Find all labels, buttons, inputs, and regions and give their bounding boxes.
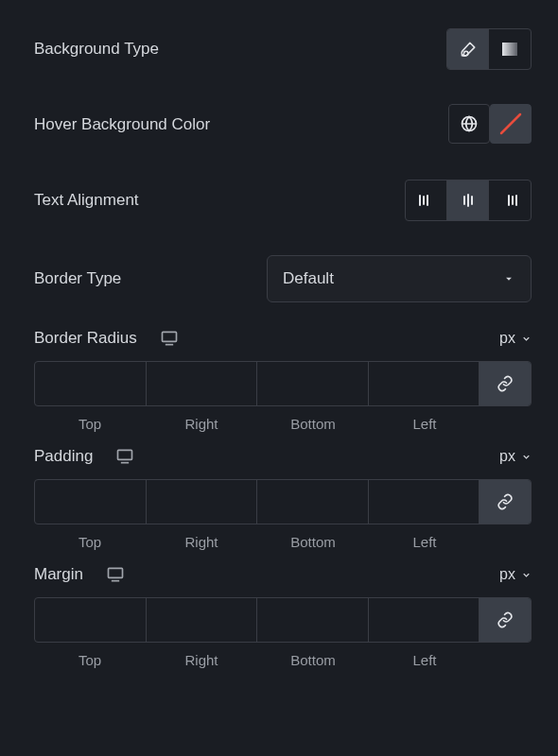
align-left-button[interactable] <box>406 180 447 220</box>
background-type-group <box>446 28 532 70</box>
text-alignment-group <box>405 180 532 221</box>
align-right-button[interactable] <box>489 180 531 220</box>
padding-right-input[interactable] <box>147 480 258 524</box>
desktop-icon[interactable] <box>160 329 179 348</box>
border-radius-side-labels: Top Right Bottom Left <box>34 416 532 432</box>
side-label-left: Left <box>369 652 480 668</box>
side-label-right: Right <box>146 416 257 432</box>
text-alignment-label: Text Alignment <box>34 191 139 210</box>
brush-icon <box>460 41 477 58</box>
side-label-right: Right <box>146 534 257 550</box>
side-label-top: Top <box>34 652 146 668</box>
text-alignment-row: Text Alignment <box>0 163 558 238</box>
border-radius-header: Border Radius px <box>34 329 532 348</box>
side-label-top: Top <box>34 416 146 432</box>
border-type-value: Default <box>283 269 334 288</box>
margin-label: Margin <box>34 565 83 584</box>
padding-block: Padding px Top Right Bottom Left <box>0 438 558 556</box>
border-radius-link-button[interactable] <box>480 362 531 405</box>
border-radius-top-input[interactable] <box>35 362 147 405</box>
margin-side-labels: Top Right Bottom Left <box>34 652 532 668</box>
background-classic-button[interactable] <box>447 29 489 69</box>
padding-bottom-input[interactable] <box>257 480 369 524</box>
hover-bg-color-row: Hover Background Color <box>0 87 558 163</box>
chevron-down-icon <box>521 452 532 462</box>
border-radius-block: Border Radius px Top Right Bottom Left <box>0 319 558 438</box>
side-label-left: Left <box>369 416 480 432</box>
hover-bg-color-label: Hover Background Color <box>34 115 210 134</box>
align-center-icon <box>460 192 477 209</box>
gradient-icon <box>501 41 518 58</box>
side-label-bottom: Bottom <box>257 652 369 668</box>
svg-rect-12 <box>162 332 176 341</box>
margin-left-input[interactable] <box>369 598 480 642</box>
align-left-icon <box>418 192 435 209</box>
background-type-row: Background Type <box>0 11 558 87</box>
desktop-icon[interactable] <box>115 447 134 466</box>
svg-rect-14 <box>118 450 132 459</box>
padding-side-labels: Top Right Bottom Left <box>34 534 532 550</box>
margin-link-button[interactable] <box>480 598 531 642</box>
padding-label: Padding <box>34 447 93 466</box>
padding-unit: px <box>499 448 515 465</box>
background-type-label: Background Type <box>34 40 159 59</box>
globe-icon <box>460 114 479 133</box>
side-label-bottom: Bottom <box>257 534 369 550</box>
padding-link-button[interactable] <box>480 480 531 524</box>
background-gradient-button[interactable] <box>489 29 531 69</box>
margin-inputs <box>34 597 532 643</box>
hover-bg-global-button[interactable] <box>448 104 490 144</box>
link-icon <box>497 375 514 392</box>
margin-bottom-input[interactable] <box>257 598 369 642</box>
side-label-left: Left <box>369 534 480 550</box>
border-radius-unit: px <box>499 330 515 347</box>
svg-line-2 <box>501 114 520 133</box>
side-label-top: Top <box>34 534 146 550</box>
side-label-right: Right <box>146 652 257 668</box>
svg-rect-16 <box>108 568 122 577</box>
svg-rect-0 <box>502 43 517 56</box>
border-type-label: Border Type <box>34 269 121 288</box>
desktop-icon[interactable] <box>106 565 125 584</box>
hover-bg-color-picker-button[interactable] <box>490 104 532 144</box>
border-radius-label: Border Radius <box>34 329 137 348</box>
border-radius-inputs <box>34 361 532 406</box>
border-type-select[interactable]: Default <box>267 255 532 302</box>
padding-header: Padding px <box>34 447 532 466</box>
chevron-down-icon <box>502 272 515 285</box>
link-icon <box>497 493 514 510</box>
margin-header: Margin px <box>34 565 532 584</box>
chevron-down-icon <box>521 570 532 580</box>
padding-top-input[interactable] <box>35 480 147 524</box>
border-radius-right-input[interactable] <box>147 362 258 405</box>
hover-bg-color-group <box>448 104 532 146</box>
margin-unit: px <box>499 566 515 583</box>
margin-right-input[interactable] <box>147 598 258 642</box>
link-icon <box>497 611 514 628</box>
align-right-icon <box>501 192 518 209</box>
margin-top-input[interactable] <box>35 598 147 642</box>
align-center-button[interactable] <box>447 180 489 220</box>
padding-unit-select[interactable]: px <box>499 448 532 465</box>
side-label-bottom: Bottom <box>257 416 369 432</box>
padding-inputs <box>34 479 532 524</box>
border-radius-unit-select[interactable]: px <box>499 330 532 347</box>
margin-block: Margin px Top Right Bottom Left <box>0 556 558 674</box>
padding-left-input[interactable] <box>369 480 480 524</box>
border-radius-left-input[interactable] <box>369 362 480 405</box>
margin-unit-select[interactable]: px <box>499 566 532 583</box>
border-type-row: Border Type Default <box>0 238 558 319</box>
no-color-icon <box>497 111 524 137</box>
border-radius-bottom-input[interactable] <box>257 362 369 405</box>
chevron-down-icon <box>521 334 532 344</box>
